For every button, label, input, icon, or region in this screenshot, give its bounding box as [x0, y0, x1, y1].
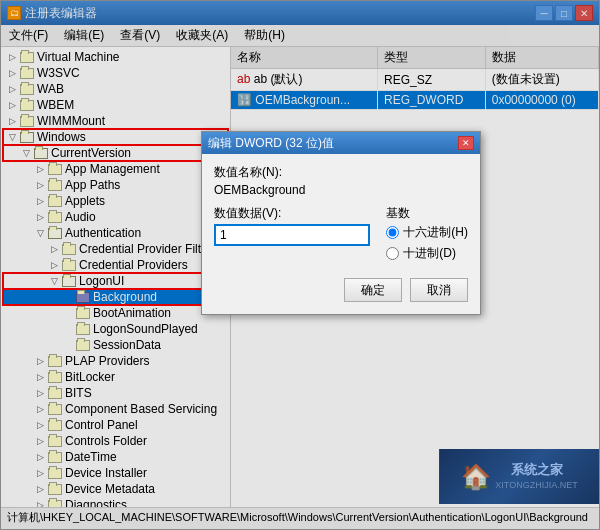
name-value: OEMBackground — [214, 183, 468, 197]
dialog-title-text: 编辑 DWORD (32 位)值 — [208, 135, 334, 152]
name-row: 数值名称(N): OEMBackground — [214, 164, 468, 197]
base-label: 基数 — [386, 205, 468, 222]
dialog-overlay: 编辑 DWORD (32 位)值 ✕ 数值名称(N): OEMBackgroun… — [1, 1, 599, 529]
cancel-button[interactable]: 取消 — [410, 278, 468, 302]
hex-radio-label[interactable]: 十六进制(H) — [386, 224, 468, 241]
dec-radio-label[interactable]: 十进制(D) — [386, 245, 468, 262]
ok-button[interactable]: 确定 — [344, 278, 402, 302]
hex-label: 十六进制(H) — [403, 224, 468, 241]
name-label: 数值名称(N): — [214, 164, 468, 181]
data-label: 数值数据(V): — [214, 205, 370, 222]
data-input[interactable] — [214, 224, 370, 246]
dec-label: 十进制(D) — [403, 245, 456, 262]
dialog-content: 数值名称(N): OEMBackground 数值数据(V): 基数 十六进制(… — [202, 154, 480, 314]
dialog-buttons: 确定 取消 — [214, 274, 468, 304]
main-window: 🗂 注册表编辑器 ─ □ ✕ 文件(F) 编辑(E) 查看(V) 收藏夹(A) … — [0, 0, 600, 530]
data-row: 数值数据(V): 基数 十六进制(H) 十进制(D) — [214, 205, 468, 266]
dialog-title-bar: 编辑 DWORD (32 位)值 ✕ — [202, 132, 480, 154]
dialog-close-button[interactable]: ✕ — [458, 136, 474, 150]
dword-dialog: 编辑 DWORD (32 位)值 ✕ 数值名称(N): OEMBackgroun… — [201, 131, 481, 315]
hex-radio[interactable] — [386, 226, 399, 239]
dec-radio[interactable] — [386, 247, 399, 260]
